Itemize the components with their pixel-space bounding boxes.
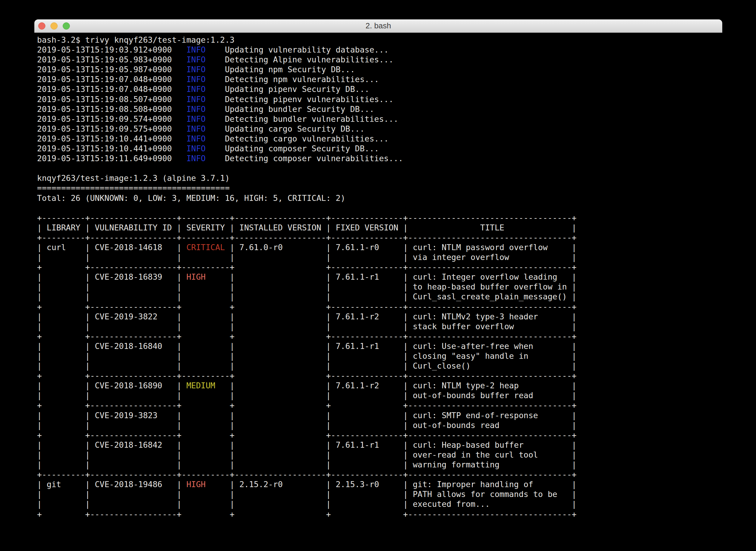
table-row: | | | | | | Curl_close() | bbox=[37, 361, 577, 371]
severity-badge: CRITICAL bbox=[181, 243, 230, 252]
log-level: INFO bbox=[186, 134, 206, 143]
terminal-window: 2. bash bash-3.2$ trivy knqyf263/test-im… bbox=[34, 19, 722, 538]
table-row: | | | | | | warning formatting | bbox=[37, 460, 577, 469]
vulnerability-summary: Total: 26 (UNKNOWN: 0, LOW: 3, MEDIUM: 1… bbox=[37, 193, 345, 203]
minimize-button[interactable] bbox=[50, 22, 58, 30]
table-row: | | CVE-2019-3822 | | | 7.61.1-r2 | curl… bbox=[37, 312, 577, 321]
table-row: | | CVE-2018-16840 | | | 7.61.1-r1 | cur… bbox=[37, 342, 577, 351]
table-separator: + +------------------+----------+ +-----… bbox=[37, 371, 577, 380]
table-header: | LIBRARY | VULNERABILITY ID | SEVERITY … bbox=[37, 223, 577, 232]
table-row: | | | | | | via integer overflow | bbox=[37, 252, 577, 262]
log-line: 2019-05-13T15:19:07.048+0900 INFO Detect… bbox=[37, 75, 379, 84]
log-line: 2019-05-13T15:19:09.575+0900 INFO Updati… bbox=[37, 124, 365, 133]
severity-badge: HIGH bbox=[181, 272, 230, 282]
log-level: INFO bbox=[186, 154, 206, 163]
log-level: INFO bbox=[186, 75, 206, 84]
table-separator: + +------------------+ + +--------------… bbox=[37, 302, 577, 311]
close-button[interactable] bbox=[38, 22, 45, 30]
table-row: | curl | CVE-2018-14618 | CRITICAL | 7.6… bbox=[37, 243, 577, 252]
terminal-content-area[interactable]: bash-3.2$ trivy knqyf263/test-image:1.2.… bbox=[34, 33, 722, 538]
table-separator: + +------------------+ + +--------------… bbox=[37, 332, 577, 341]
table-row: | | CVE-2019-3823 | | | | curl: SMTP end… bbox=[37, 411, 577, 420]
artifact-title: knqyf263/test-image:1.2.3 (alpine 3.7.1) bbox=[37, 173, 230, 183]
table-row: | | | | | | stack buffer overflow | bbox=[37, 322, 577, 331]
log-level: INFO bbox=[186, 45, 206, 54]
table-row: | git | CVE-2018-19486 | HIGH | 2.15.2-r… bbox=[37, 480, 577, 489]
log-level: INFO bbox=[186, 104, 206, 114]
severity-badge: HIGH bbox=[181, 480, 230, 489]
table-row: | | | | | | to heap-based buffer overflo… bbox=[37, 282, 577, 291]
log-level: INFO bbox=[186, 55, 206, 64]
log-line: 2019-05-13T15:19:09.574+0900 INFO Detect… bbox=[37, 114, 398, 123]
log-level: INFO bbox=[186, 65, 206, 74]
shell-prompt-line: bash-3.2$ trivy knqyf263/test-image:1.2.… bbox=[37, 35, 235, 44]
table-row: | | CVE-2018-16890 | MEDIUM | | 7.61.1-r… bbox=[37, 381, 577, 390]
log-line: 2019-05-13T15:19:10.441+0900 INFO Detect… bbox=[37, 134, 389, 143]
log-line: 2019-05-13T15:19:10.441+0900 INFO Updati… bbox=[37, 144, 379, 153]
table-separator: + +------------------+ + + +------------… bbox=[37, 510, 577, 519]
table-row: | | | | | | out-of-bounds buffer read | bbox=[37, 391, 577, 400]
table-row: | | CVE-2018-16842 | | | 7.61.1-r1 | cur… bbox=[37, 440, 577, 450]
terminal-output: bash-3.2$ trivy knqyf263/test-image:1.2.… bbox=[34, 33, 722, 519]
log-line: 2019-05-13T15:19:05.987+0900 INFO Updati… bbox=[37, 65, 355, 74]
severity-badge: MEDIUM bbox=[181, 381, 230, 390]
table-separator: + +------------------+ + +--------------… bbox=[37, 430, 577, 440]
table-row: | | | | | | Curl_sasl_create_plain_messa… bbox=[37, 292, 577, 301]
table-separator: + +------------------+----------+ +-----… bbox=[37, 262, 577, 271]
table-row: | | CVE-2018-16839 | HIGH | | 7.61.1-r1 … bbox=[37, 272, 577, 282]
log-line: 2019-05-13T15:19:07.048+0900 INFO Updati… bbox=[37, 84, 369, 94]
artifact-underline: ======================================== bbox=[37, 183, 230, 192]
table-separator: +---------+------------------+----------… bbox=[37, 470, 577, 479]
window-title: 2. bash bbox=[34, 19, 722, 32]
table-border: +---------+------------------+----------… bbox=[37, 233, 577, 242]
table-row: | | | | | | over-read in the curl tool | bbox=[37, 450, 577, 459]
log-level: INFO bbox=[186, 144, 206, 153]
log-level: INFO bbox=[186, 124, 206, 133]
titlebar[interactable]: 2. bash bbox=[34, 19, 722, 33]
log-line: 2019-05-13T15:19:08.508+0900 INFO Updati… bbox=[37, 104, 374, 114]
log-line: 2019-05-13T15:19:05.983+0900 INFO Detect… bbox=[37, 55, 394, 64]
table-separator: + +------------------+ + + +------------… bbox=[37, 401, 577, 410]
log-line: 2019-05-13T15:19:08.507+0900 INFO Detect… bbox=[37, 95, 394, 104]
table-row: | | | | | | executed from... | bbox=[37, 499, 577, 509]
log-level: INFO bbox=[186, 84, 206, 94]
table-row: | | | | | | closing "easy" handle in | bbox=[37, 351, 577, 361]
log-line: 2019-05-13T15:19:11.649+0900 INFO Detect… bbox=[37, 154, 403, 163]
table-row: | | | | | | out-of-bounds read | bbox=[37, 421, 577, 430]
table-border: +---------+------------------+----------… bbox=[37, 213, 577, 222]
window-controls bbox=[38, 22, 70, 30]
log-line: 2019-05-13T15:19:03.912+0900 INFO Updati… bbox=[37, 45, 389, 54]
table-row: | | | | | | PATH allows for commands to … bbox=[37, 490, 577, 499]
zoom-button[interactable] bbox=[63, 22, 70, 30]
log-level: INFO bbox=[186, 114, 206, 123]
log-level: INFO bbox=[186, 95, 206, 104]
